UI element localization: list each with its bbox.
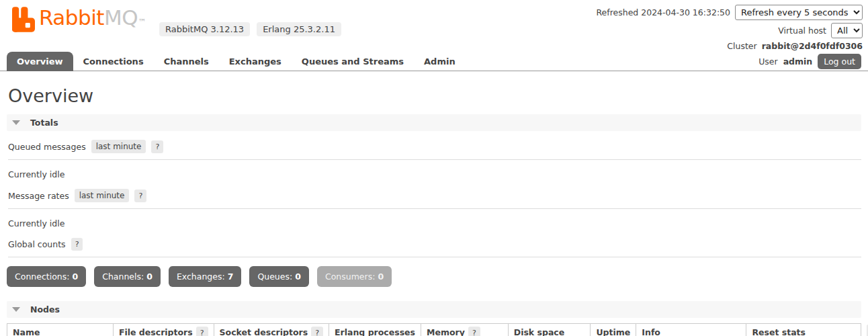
queues-count-value: 0 bbox=[295, 271, 301, 282]
tab-overview[interactable]: Overview bbox=[7, 52, 73, 71]
message-rates-status: Currently idle bbox=[8, 218, 860, 228]
col-info: Info bbox=[636, 324, 746, 336]
queued-messages-status: Currently idle bbox=[8, 169, 860, 179]
nodes-table-header-row: Name File descriptors? Socket descriptor… bbox=[7, 324, 861, 336]
exchanges-count-button[interactable]: Exchanges:7 bbox=[169, 266, 242, 287]
message-rates-range-chip[interactable]: last minute bbox=[75, 189, 130, 202]
global-counts-help-icon[interactable]: ? bbox=[71, 238, 83, 251]
page-title: Overview bbox=[8, 85, 861, 106]
global-counts-label: Global counts bbox=[8, 239, 66, 249]
socket-descriptors-help-icon[interactable]: ? bbox=[311, 327, 323, 336]
rabbitmq-version-badge: RabbitMQ 3.12.13 bbox=[159, 22, 250, 36]
tab-exchanges[interactable]: Exchanges bbox=[219, 52, 292, 71]
col-disk-space: Disk space bbox=[508, 324, 591, 336]
totals-heading: Totals bbox=[30, 118, 58, 128]
rabbitmq-logo[interactable]: RabbitMQ™ bbox=[12, 4, 146, 36]
logo-trademark: ™ bbox=[138, 17, 146, 27]
tab-connections[interactable]: Connections bbox=[73, 52, 154, 71]
logout-button[interactable]: Log out bbox=[818, 54, 861, 69]
channels-count-label: Channels: bbox=[102, 271, 144, 282]
refreshed-timestamp: Refreshed 2024-04-30 16:32:50 bbox=[596, 7, 730, 17]
memory-help-icon[interactable]: ? bbox=[468, 327, 480, 336]
col-erlang-processes: Erlang processes bbox=[329, 324, 421, 336]
rabbitmq-rabbit-icon bbox=[12, 7, 35, 34]
connections-count-button[interactable]: Connections:0 bbox=[7, 266, 86, 287]
global-counts-buttons: Connections:0 Channels:0 Exchanges:7 Que… bbox=[7, 266, 861, 287]
message-rates-label: Message rates bbox=[8, 191, 69, 201]
logo-rabbit-text: Rabbit bbox=[39, 5, 104, 30]
nodes-table-area: Name File descriptors? Socket descriptor… bbox=[7, 323, 861, 336]
consumers-count-value: 0 bbox=[378, 271, 384, 282]
logo-wordmark: RabbitMQ™ bbox=[39, 4, 146, 36]
main-navigation: Overview Connections Channels Exchanges … bbox=[0, 52, 868, 71]
user-name: admin bbox=[783, 56, 813, 67]
col-uptime: Uptime bbox=[591, 324, 636, 336]
queues-count-label: Queues: bbox=[257, 271, 292, 282]
logo-mq-text: MQ bbox=[104, 5, 138, 30]
nodes-table: Name File descriptors? Socket descriptor… bbox=[7, 323, 861, 336]
col-name: Name bbox=[7, 324, 114, 336]
cluster-label: Cluster bbox=[727, 41, 756, 51]
tab-queues-and-streams[interactable]: Queues and Streams bbox=[292, 52, 414, 71]
connections-count-value: 0 bbox=[72, 271, 78, 282]
tab-admin[interactable]: Admin bbox=[414, 52, 466, 71]
queued-messages-label: Queued messages bbox=[8, 142, 86, 152]
erlang-version-badge: Erlang 25.3.2.11 bbox=[257, 22, 341, 36]
collapse-triangle-icon bbox=[12, 307, 20, 312]
cluster-name: rabbit@2d4f0fdf0306 bbox=[762, 41, 863, 51]
totals-section-header[interactable]: Totals bbox=[7, 114, 861, 131]
main-content: Overview Totals Queued messages last min… bbox=[0, 85, 868, 336]
refresh-interval-select[interactable]: Refresh every 5 seconds bbox=[735, 5, 863, 20]
tab-channels[interactable]: Channels bbox=[154, 52, 219, 71]
version-badges: RabbitMQ 3.12.13 Erlang 25.3.2.11 bbox=[159, 22, 341, 36]
virtual-host-select[interactable]: All bbox=[831, 23, 863, 38]
channels-count-button[interactable]: Channels:0 bbox=[94, 266, 161, 287]
nav-tabs: Overview Connections Channels Exchanges … bbox=[7, 52, 466, 71]
queued-messages-range-chip[interactable]: last minute bbox=[91, 140, 146, 153]
connections-count-label: Connections: bbox=[15, 271, 69, 282]
message-rates-help-icon[interactable]: ? bbox=[134, 190, 146, 202]
nodes-heading: Nodes bbox=[30, 304, 60, 314]
consumers-count-button: Consumers:0 bbox=[317, 266, 392, 287]
virtual-host-label: Virtual host bbox=[778, 26, 826, 36]
col-reset-stats: Reset stats bbox=[746, 324, 861, 336]
global-counts-row: Global counts ? bbox=[8, 238, 861, 257]
file-descriptors-help-icon[interactable]: ? bbox=[196, 327, 208, 336]
col-socket-descriptors: Socket descriptors? bbox=[214, 324, 329, 336]
col-memory: Memory? bbox=[421, 324, 509, 336]
col-file-descriptors: File descriptors? bbox=[113, 324, 214, 336]
exchanges-count-label: Exchanges: bbox=[177, 271, 225, 282]
user-label: User bbox=[758, 56, 778, 67]
message-rates-row: Message rates last minute ? bbox=[8, 189, 861, 209]
user-block: User admin Log out bbox=[758, 54, 861, 69]
exchanges-count-value: 7 bbox=[228, 271, 234, 282]
consumers-count-label: Consumers: bbox=[325, 271, 375, 282]
header-right-panel: Refreshed 2024-04-30 16:32:50 Refresh ev… bbox=[596, 5, 863, 51]
page-header: RabbitMQ™ RabbitMQ 3.12.13 Erlang 25.3.2… bbox=[0, 0, 868, 52]
queues-count-button[interactable]: Queues:0 bbox=[249, 266, 309, 287]
nodes-section-header[interactable]: Nodes bbox=[7, 301, 861, 318]
queued-messages-help-icon[interactable]: ? bbox=[151, 140, 163, 153]
channels-count-value: 0 bbox=[146, 271, 153, 282]
queued-messages-row: Queued messages last minute ? bbox=[8, 140, 861, 160]
collapse-triangle-icon bbox=[12, 120, 20, 125]
